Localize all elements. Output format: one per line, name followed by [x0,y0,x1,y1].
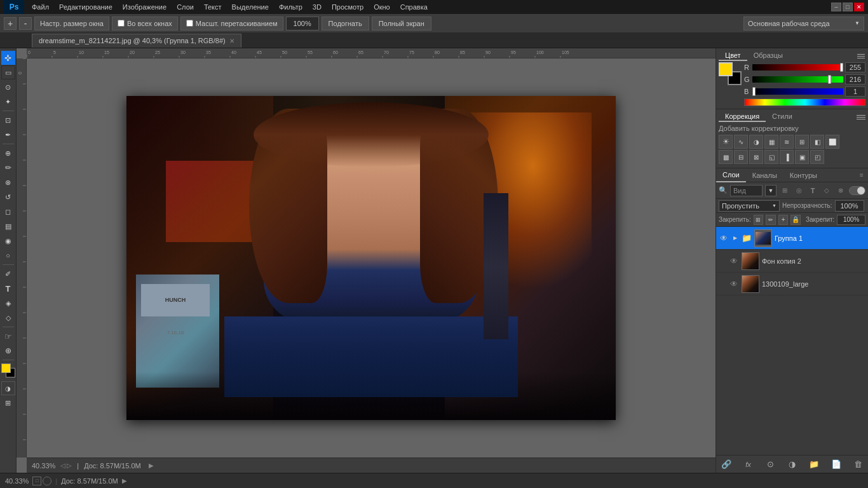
fullscreen-button[interactable]: Полный экран [372,17,431,30]
layers-search-box[interactable]: Вид [730,185,763,196]
posterize-icon[interactable]: ◱ [764,150,778,164]
channels-tab[interactable]: Каналы [746,168,783,182]
correction-tab[interactable]: Коррекция [719,112,766,122]
opacity-value-box[interactable]: 100% [835,200,864,212]
filter-shape-icon[interactable]: ◇ [821,185,832,196]
minimize-button[interactable]: – [831,3,841,11]
pen-tool[interactable]: ✐ [1,267,15,281]
r-value[interactable]: 255 [845,62,865,72]
fill-value-box[interactable]: 100% [837,215,865,225]
close-button[interactable]: ✕ [854,3,864,11]
dodge-tool[interactable]: ○ [1,248,15,262]
b-value[interactable]: 1 [845,86,865,97]
styles-tab[interactable]: Стили [766,112,799,122]
hue-sat-icon[interactable]: ≋ [780,135,794,149]
zoom-out-icon[interactable]: - [19,17,32,30]
scale-check-option[interactable]: Масшт. перетаскиванием [180,17,283,30]
vibrance-icon[interactable]: ▦ [764,135,778,149]
layer-1300109-large[interactable]: 👁 1300109_large [716,273,868,295]
menu-layers[interactable]: Слои [172,2,199,12]
fit-button[interactable]: Подогнать [322,17,369,30]
screen-mode-button[interactable]: ⊞ [1,396,15,410]
blur-tool[interactable]: ◉ [1,234,15,248]
color-balance-icon[interactable]: ⊞ [795,135,809,149]
layer-fon-kopiya-2[interactable]: 👁 Фон копия 2 [716,250,868,273]
filter-type-icon[interactable]: T [807,185,818,196]
filter-toggle[interactable] [849,186,865,195]
add-mask-button[interactable]: ⊙ [764,458,776,471]
color-spectrum[interactable] [744,98,865,106]
lock-all-icon[interactable]: 🔒 [790,215,801,225]
delete-layer-button[interactable]: 🗑 [851,458,864,471]
marquee-tool[interactable]: ▭ [1,65,15,79]
menu-view[interactable]: Просмотр [327,2,369,12]
status-arrow[interactable]: ▶ [149,462,154,469]
threshold-icon[interactable]: ▐ [780,150,794,164]
layer-vis-1300109[interactable]: 👁 [729,279,739,289]
layers-panel-menu[interactable]: ≡ [855,168,868,182]
hand-tool[interactable]: ☞ [1,329,15,343]
contours-tab[interactable]: Контуры [783,168,824,182]
maximize-button[interactable]: □ [843,3,853,11]
photo-filter-icon[interactable]: ⬜ [825,135,839,149]
exposure-icon[interactable]: ◑ [749,135,763,149]
link-layers-button[interactable]: 🔗 [720,458,733,471]
eraser-tool[interactable]: ◻ [1,205,15,219]
lasso-tool[interactable]: ⊙ [1,80,15,94]
crop-tool[interactable]: ⊡ [1,113,15,127]
brush-tool[interactable]: ✏ [1,161,15,175]
g-slider[interactable] [752,76,843,83]
curves-icon[interactable]: ∿ [734,135,748,149]
scale-checkbox[interactable] [186,20,193,27]
fit-size-button[interactable]: Настр. размер окна [34,17,109,30]
workspace-selector[interactable]: Основная рабочая среда ▼ [743,17,864,30]
lock-transparent-icon[interactable]: ⊞ [754,215,764,225]
menu-filter[interactable]: Фильтр [274,2,308,12]
menu-select[interactable]: Выделение [227,2,274,12]
filter-pixel-icon[interactable]: ⊞ [779,185,790,196]
layers-tab[interactable]: Слои [716,168,746,182]
channel-mixer-icon[interactable]: ▩ [719,150,733,164]
fit-all-checkbox[interactable] [118,20,125,27]
history-brush-tool[interactable]: ↺ [1,190,15,204]
bw-icon[interactable]: ◧ [810,135,824,149]
color-tab[interactable]: Цвет [719,51,747,61]
foreground-color-box[interactable] [719,62,733,76]
layer-type-filter[interactable]: ▼ [765,185,776,196]
path-select-tool[interactable]: ◈ [1,296,15,310]
zoom-tool[interactable]: ⊕ [1,344,15,358]
canvas-content[interactable]: HUNCH 7.16.16 [27,58,715,458]
lock-position-icon[interactable]: + [778,215,789,225]
eyedropper-tool[interactable]: ✒ [1,128,15,142]
tab-close-button[interactable]: ✕ [229,37,234,44]
menu-help[interactable]: Справка [395,2,433,12]
fx-button[interactable]: fx [742,458,755,471]
menu-window[interactable]: Окно [369,2,395,12]
menu-text[interactable]: Текст [199,2,227,12]
gradient-tool[interactable]: ▤ [1,219,15,233]
clone-stamp-tool[interactable]: ⊗ [1,175,15,189]
selective-color-icon[interactable]: ◰ [810,150,824,164]
zoom-in-icon[interactable]: + [4,17,17,30]
quick-mask-button[interactable]: ◑ [1,381,15,395]
g-value[interactable]: 216 [845,74,865,85]
layer-expand-arrow[interactable]: ▶ [731,234,739,242]
color-panel-menu[interactable] [857,51,865,60]
layer-vis-group1[interactable]: 👁 [719,233,729,243]
foreground-color-swatch[interactable] [1,363,11,373]
r-slider[interactable] [752,64,843,71]
gradient-map-icon[interactable]: ▣ [795,150,809,164]
zoom-arrows[interactable]: ◁▷ [60,462,72,469]
blend-mode-select[interactable]: Пропустить ▼ [719,200,780,212]
menu-file[interactable]: Файл [27,2,54,12]
spot-heal-tool[interactable]: ⊕ [1,146,15,160]
bottom-arrow[interactable]: ▶ [122,477,127,484]
shape-tool[interactable]: ◇ [1,311,15,325]
layer-vis-fon2[interactable]: 👁 [729,256,739,266]
correction-panel-menu[interactable] [857,112,865,121]
menu-3d[interactable]: 3D [308,2,327,12]
b-slider[interactable] [752,88,843,95]
lock-image-icon[interactable]: ✏ [766,215,776,225]
quick-select-tool[interactable]: ✦ [1,95,15,109]
filter-smart-icon[interactable]: ⊗ [835,185,846,196]
